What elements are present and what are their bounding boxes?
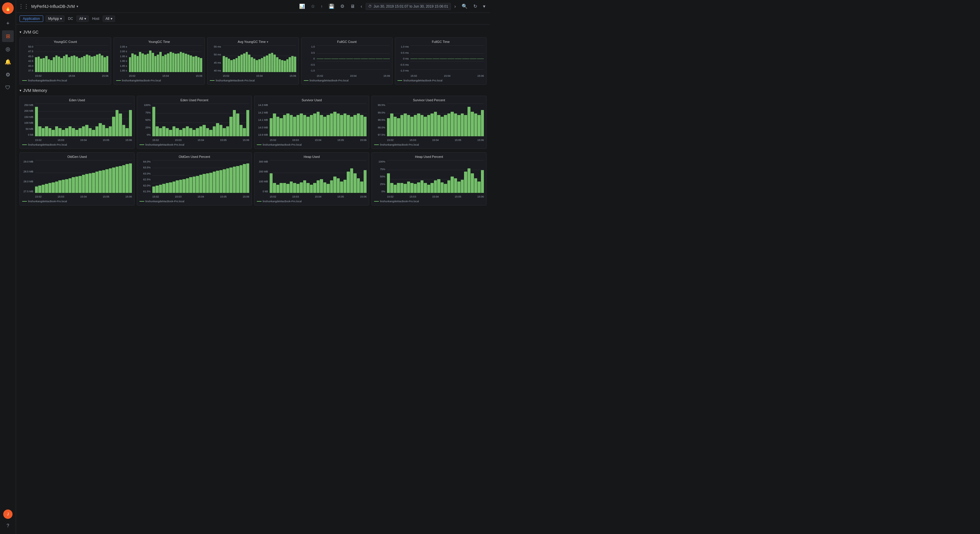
sidebar-item-add[interactable]: + [2,17,14,29]
host-dropdown[interactable]: All ▾ [103,16,115,22]
sidebar-item-explore[interactable]: ◎ [2,43,14,55]
survivor-used-x-labels: 15:0215:0315:0415:0515:06 [270,138,367,141]
chart-icon: 📊 [299,3,305,9]
jvm-memory-collapse-icon[interactable]: ▾ [19,88,21,92]
chevron-right-icon: › [454,4,456,9]
fullGC-count-y-labels: 1.00.50-0.5-1.0 [304,45,316,72]
save-icon: 💾 [329,3,334,9]
fullGC-time-bars [410,45,484,72]
jvm-gc-chart-grid: YoungGC Count 50.047.545.042.540.037.5 1… [19,37,487,84]
fullGC-count-panel: FullGC Count 1.00.50-0.5-1.0 15:0215:041… [301,37,393,84]
eden-used-bars [35,103,132,136]
dashboard-title[interactable]: MyPerf4J-InfluxDB-JVM ▾ [31,4,78,9]
search-btn[interactable]: 🔍 [459,2,470,10]
share-icon: ↑ [321,4,323,9]
sidebar-item-alert[interactable]: 🔔 [2,56,14,68]
monitor-icon: 🖥 [350,4,355,9]
topbar: ⋮⋮ MyPerf4J-InfluxDB-JVM ▾ 📊 ☆ ↑ 💾 ⚙ 🖥 [16,0,490,13]
jvm-gc-title: JVM GC [23,30,38,35]
eden-used-percent-y-labels: 100%75%50%25%0% [140,103,152,136]
add-icon: + [6,21,10,27]
sidebar-item-shield[interactable]: 🛡 [2,82,14,94]
survivor-used-panel: Survivor Used 14.3 MB14.2 MB14.1 MB14.0 … [254,96,369,149]
survivor-used-percent-x-labels: 15:0215:0315:0415:0515:06 [387,138,484,141]
refresh-btn[interactable]: ↻ [471,2,479,10]
heap-used-percent-legend: linshunkangdeMacBook-Pro.local [374,200,484,203]
share-btn[interactable]: ↑ [318,3,325,10]
chart-icon-btn[interactable]: 📊 [297,2,307,10]
fullGC-time-panel: FullGC Time 1.0 ms0.5 ms0 ms-0.5 ms-1.0 … [395,37,487,84]
fullGC-time-area: 1.0 ms0.5 ms0 ms-0.5 ms-1.0 ms 15:0215:0… [398,45,484,77]
fullGC-count-x-labels: 15:0215:0415:06 [317,75,390,77]
eden-used-percent-area: 100%75%50%25%0% 15:0215:0315:0415:0515:0… [140,103,249,141]
eden-used-percent-panel: Eden Used Percent 100%75%50%25%0% 15:021… [137,96,252,149]
heap-used-panel: Heap Used 300 MB200 MB100 MB0 kB 15:0215… [254,152,369,205]
avg-youngGC-time-legend: linshunkangdeMacBook-Pro.local [210,79,296,82]
eden-used-panel: Eden Used 250 MB200 MB150 MB100 MB50 MB0… [19,96,135,149]
oldgen-used-percent-y-labels: 64.0%63.5%63.0%62.5%62.0%61.5% [140,160,152,193]
fullGC-time-legend: linshunkangdeMacBook-Pro.local [398,79,484,82]
next-btn[interactable]: › [452,3,458,10]
sidebar-item-settings[interactable]: ⚙ [2,69,14,81]
monitor-btn[interactable]: 🖥 [348,3,357,10]
settings-btn[interactable]: ⚙ [338,2,347,10]
youngGC-time-legend: linshunkangdeMacBook-Pro.local [116,79,202,82]
refresh-chevron-icon: ▾ [483,3,485,9]
star-btn[interactable]: ☆ [309,2,317,10]
fullGC-count-bars [317,45,390,72]
oldgen-used-percent-legend: linshunkangdeMacBook-Pro.local [140,200,249,203]
apps-icon: ⋮⋮ [18,3,29,10]
eden-used-percent-bars [152,103,249,136]
youngGC-time-x-labels: 15:0215:0415:06 [129,75,202,77]
oldgen-used-title: OldGen Used [22,155,132,159]
youngGC-count-bars [35,45,108,72]
avg-youngGC-time-title: Avg YoungGC Time ▾ [210,40,296,43]
eden-used-percent-legend: linshunkangdeMacBook-Pro.local [140,143,249,146]
myapp-dropdown[interactable]: MyApp ▾ [46,16,65,22]
survivor-used-bars [270,103,367,136]
eden-used-x-labels: 15:0215:0315:0415:0515:06 [35,138,132,141]
refresh-dropdown-btn[interactable]: ▾ [480,2,488,10]
youngGC-time-title: YoungGC Time [116,40,202,43]
youngGC-time-panel: YoungGC Time 2.05 s2.00 s1.95 s1.90 s1.8… [113,37,205,84]
survivor-used-title: Survivor Used [257,99,367,102]
heap-used-x-labels: 15:0215:0315:0415:0515:06 [270,195,367,198]
survivor-used-percent-bars [387,103,484,136]
oldgen-used-percent-x-labels: 15:0215:0315:0415:0515:06 [152,195,249,198]
clock-icon: ⏱ [368,5,372,8]
avg-youngGC-dropdown-icon[interactable]: ▾ [267,40,268,43]
dashboard-icon: ⊞ [6,33,10,40]
survivor-used-percent-y-labels: 99.5%99.0%98.5%98.0%97.5% [374,103,387,136]
main-content: ⋮⋮ MyPerf4J-InfluxDB-JVM ▾ 📊 ☆ ↑ 💾 ⚙ 🖥 [16,0,490,267]
eden-used-percent-x-labels: 15:0215:0315:0415:0515:06 [152,138,249,141]
prev-btn[interactable]: ‹ [358,3,364,10]
jvm-gc-collapse-icon[interactable]: ▾ [19,30,21,34]
dashboard-content: ▾ JVM GC YoungGC Count 50.047.545.042.54… [16,24,490,267]
settings-icon: ⚙ [6,72,10,78]
youngGC-count-area: 50.047.545.042.540.037.5 15:0215:0415:06 [22,45,108,77]
eden-used-area: 250 MB200 MB150 MB100 MB50 MB0 kB 15:021… [22,103,132,141]
topbar-actions: 📊 ☆ ↑ 💾 ⚙ 🖥 ‹ ⏱ Jun 30, 2019 15:01: [297,2,488,10]
application-tab[interactable]: Application [19,16,43,22]
fullGC-count-area: 1.00.50-0.5-1.0 15:0215:0415:06 [304,45,390,77]
save-btn[interactable]: 💾 [326,2,337,10]
heap-used-title: Heap Used [257,155,367,159]
jvm-memory-section-header: ▾ JVM Memory [19,88,487,93]
sidebar-item-dashboard[interactable]: ⊞ [2,30,14,42]
dc-label: DC [67,17,74,21]
explore-icon: ◎ [6,46,10,52]
dc-dropdown[interactable]: All ▾ [76,16,88,22]
heap-used-y-labels: 300 MB200 MB100 MB0 kB [257,160,269,193]
heap-used-percent-title: Heap Used Percent [374,155,484,159]
survivor-used-y-labels: 14.3 MB14.2 MB14.1 MB14.0 MB13.9 MB [257,103,269,136]
jvm-memory-row2-grid: OldGen Used 29.0 MB28.5 MB28.0 MB27.5 MB… [19,152,487,205]
jvm-memory-title: JVM Memory [23,88,47,93]
oldgen-used-panel: OldGen Used 29.0 MB28.5 MB28.0 MB27.5 MB… [19,152,135,205]
time-range-display[interactable]: ⏱ Jun 30, 2019 15:01:07 to Jun 30, 2019 … [366,3,451,10]
oldgen-used-percent-bars [152,160,249,193]
myapp-chevron-icon: ▾ [60,17,62,21]
eden-used-percent-title: Eden Used Percent [140,99,249,102]
fullGC-time-x-labels: 15:0215:0415:06 [410,75,484,77]
oldgen-used-y-labels: 29.0 MB28.5 MB28.0 MB27.5 MB [22,160,35,193]
oldgen-used-percent-title: OldGen Used Percent [140,155,249,159]
